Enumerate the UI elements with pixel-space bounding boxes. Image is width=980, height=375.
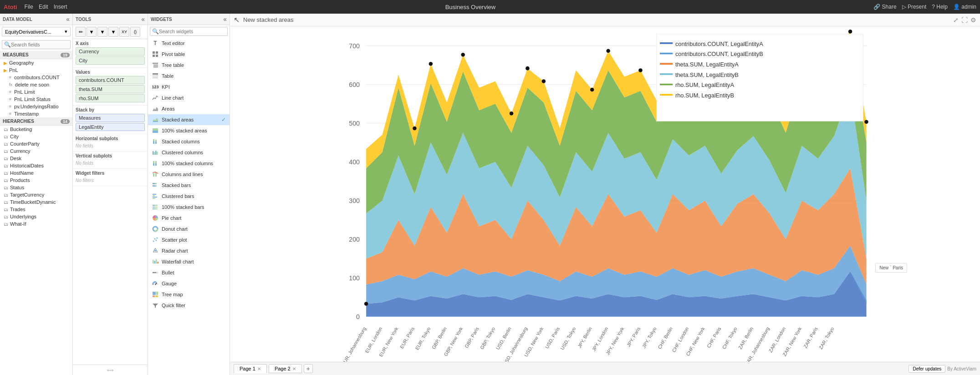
help-btn[interactable]: ? Help bbox=[932, 4, 948, 10]
widget-columns-and-lines[interactable]: Columns and lines bbox=[148, 169, 230, 180]
defer-updates-button[interactable]: Defer updates bbox=[909, 365, 945, 373]
hierarchies-section[interactable]: HIERARCHIES 14 bbox=[0, 117, 72, 126]
hier-bucketing-label: Bucketing bbox=[10, 127, 32, 132]
x-axis-currency[interactable]: Currency bbox=[76, 47, 145, 56]
filter-tool[interactable]: ▼ bbox=[87, 27, 97, 37]
widget-pie-chart-label: Pie chart bbox=[162, 215, 181, 221]
close-page-1[interactable]: ✕ bbox=[257, 366, 261, 371]
widget-areas[interactable]: Areas bbox=[148, 103, 230, 114]
pencil-tool[interactable]: ✏ bbox=[76, 27, 86, 37]
widget-100-stacked-columns[interactable]: 100% stacked columns bbox=[148, 158, 230, 169]
widget-kpi[interactable]: 123 KPI bbox=[148, 81, 230, 92]
menu-insert[interactable]: Insert bbox=[54, 4, 67, 10]
hier-currency[interactable]: 🗂 Currency bbox=[0, 147, 72, 155]
widget-tree-map[interactable]: Tree map bbox=[148, 289, 230, 300]
widget-scatter-plot[interactable]: Scatter plot bbox=[148, 234, 230, 245]
measures-section[interactable]: MEASURES 19 bbox=[0, 51, 72, 59]
widget-pie-chart[interactable]: Pie chart bbox=[148, 213, 230, 223]
hier-timebucket[interactable]: 🗂 TimeBucketDynamic bbox=[0, 198, 72, 206]
widget-tree-table[interactable]: Tree table bbox=[148, 60, 230, 71]
close-page-2[interactable]: ✕ bbox=[292, 366, 296, 371]
hier-products[interactable]: 🗂 Products bbox=[0, 177, 72, 184]
svg-text:500: 500 bbox=[349, 120, 360, 127]
expand-icon[interactable]: ⤢ bbox=[953, 16, 959, 24]
value-rho-label: rho.SUM bbox=[79, 96, 98, 101]
bullet-icon bbox=[152, 269, 159, 276]
svg-point-87 bbox=[429, 62, 433, 66]
svg-marker-13 bbox=[153, 131, 158, 133]
measure-delete[interactable]: fx delete me soon bbox=[0, 81, 72, 88]
filter2-tool[interactable]: ▼ bbox=[97, 27, 107, 37]
widget-text-editor[interactable]: T Text editor bbox=[148, 38, 230, 49]
resize-handle[interactable]: ⟺ bbox=[107, 368, 113, 373]
widget-stacked-bars[interactable]: Stacked bars bbox=[148, 180, 230, 191]
widget-100-stacked-bars[interactable]: 100% stacked bars bbox=[148, 202, 230, 213]
data-model-collapse[interactable]: « bbox=[66, 15, 70, 23]
chart-type-tool[interactable]: ▼ bbox=[108, 27, 118, 37]
hier-status[interactable]: 🗂 Status bbox=[0, 184, 72, 191]
hier-city[interactable]: 🗂 City bbox=[0, 133, 72, 140]
widget-filters-label: Widget filters bbox=[76, 171, 145, 176]
widget-bullet[interactable]: Bullet bbox=[148, 267, 230, 278]
widget-stacked-columns[interactable]: Stacked columns bbox=[148, 136, 230, 147]
settings-icon[interactable]: ⚙ bbox=[970, 16, 976, 24]
search-fields-input[interactable] bbox=[11, 42, 68, 47]
page-tab-2[interactable]: Page 2 ✕ bbox=[269, 364, 302, 373]
add-page-button[interactable]: + bbox=[304, 364, 313, 373]
menu-edit[interactable]: Edit bbox=[39, 4, 48, 10]
hier-historical-dates[interactable]: 🗂 HistoricalDates bbox=[0, 162, 72, 169]
x-axis-city[interactable]: City bbox=[76, 56, 145, 65]
widgets-title: WIDGETS bbox=[151, 17, 172, 22]
svg-rect-40 bbox=[155, 207, 158, 208]
widget-stacked-areas[interactable]: Stacked areas bbox=[148, 114, 230, 125]
widget-clustered-bars[interactable]: Clustered bars bbox=[148, 191, 230, 202]
widget-pivot-table[interactable]: Pivot table bbox=[148, 49, 230, 60]
model-name: EquityDerivativesC... bbox=[5, 29, 51, 35]
measure-contributors-count[interactable]: # contributors.COUNT bbox=[0, 74, 72, 81]
widget-table[interactable]: Table bbox=[148, 71, 230, 81]
hier-counterparty[interactable]: 🗂 CounterParty bbox=[0, 140, 72, 147]
widget-gauge[interactable]: Gauge bbox=[148, 278, 230, 289]
menu-file[interactable]: File bbox=[25, 4, 33, 10]
hier-hostname[interactable]: 🗂 HostName bbox=[0, 169, 72, 177]
hier-trades[interactable]: 🗂 Trades bbox=[0, 206, 72, 213]
measure-pnl-limit-status[interactable]: # PnL Limit Status bbox=[0, 96, 72, 103]
measure-geography[interactable]: ▶ Geography bbox=[0, 59, 72, 66]
pie-chart-icon bbox=[152, 214, 159, 222]
hier-icon: 🗂 bbox=[4, 171, 8, 176]
stack-by-measures[interactable]: Measures bbox=[76, 114, 145, 122]
widget-donut-chart[interactable]: Donut chart bbox=[148, 223, 230, 234]
xy-tool[interactable]: XY bbox=[119, 27, 129, 37]
hier-desk[interactable]: 🗂 Desk bbox=[0, 155, 72, 162]
widgets-collapse[interactable]: « bbox=[223, 15, 227, 23]
hier-underlyings[interactable]: 🗂 Underlyings bbox=[0, 213, 72, 220]
measure-timestamp[interactable]: # Timestamp bbox=[0, 110, 72, 117]
measure-pv-ratio[interactable]: # pv.UnderlyingsRatio bbox=[0, 103, 72, 110]
fullscreen-icon[interactable]: ⛶ bbox=[961, 16, 968, 24]
widget-pivot-label: Pivot table bbox=[162, 51, 185, 57]
present-btn[interactable]: ▷ Present bbox=[902, 4, 927, 10]
widget-quick-filter[interactable]: Quick filter bbox=[148, 300, 230, 311]
widget-search-input[interactable] bbox=[159, 29, 225, 34]
page-tab-1[interactable]: Page 1 ✕ bbox=[234, 364, 267, 373]
share-btn[interactable]: 🔗 Share bbox=[873, 4, 896, 10]
value-rho[interactable]: rho.SUM bbox=[76, 94, 145, 102]
widget-clustered-columns[interactable]: Clustered columns bbox=[148, 147, 230, 158]
measure-pnl[interactable]: ▶ PnL bbox=[0, 66, 72, 74]
value-theta[interactable]: theta.SUM bbox=[76, 85, 145, 93]
paren-tool[interactable]: () bbox=[130, 27, 140, 37]
admin-btn[interactable]: 👤 admin bbox=[953, 4, 976, 10]
widget-radar-chart[interactable]: Radar chart bbox=[148, 245, 230, 256]
svg-rect-19 bbox=[153, 151, 154, 155]
value-contributors[interactable]: contributors.COUNT bbox=[76, 76, 145, 84]
hier-whatif[interactable]: 🗂 What-If bbox=[0, 220, 72, 228]
widget-100-stacked-areas[interactable]: 100% stacked areas bbox=[148, 125, 230, 136]
model-selector[interactable]: EquityDerivativesC... ▾ bbox=[2, 27, 71, 36]
stack-by-legal-entity[interactable]: LegalEntity bbox=[76, 123, 145, 131]
hier-bucketing[interactable]: 🗂 Bucketing bbox=[0, 126, 72, 133]
widget-line-chart[interactable]: Line chart bbox=[148, 92, 230, 103]
widget-waterfall-chart[interactable]: Waterfall chart bbox=[148, 256, 230, 267]
measure-pnl-limit[interactable]: # PnL Limit bbox=[0, 88, 72, 96]
hier-target-currency[interactable]: 🗂 TargetCurrency bbox=[0, 191, 72, 198]
tools-collapse[interactable]: « bbox=[141, 15, 145, 23]
